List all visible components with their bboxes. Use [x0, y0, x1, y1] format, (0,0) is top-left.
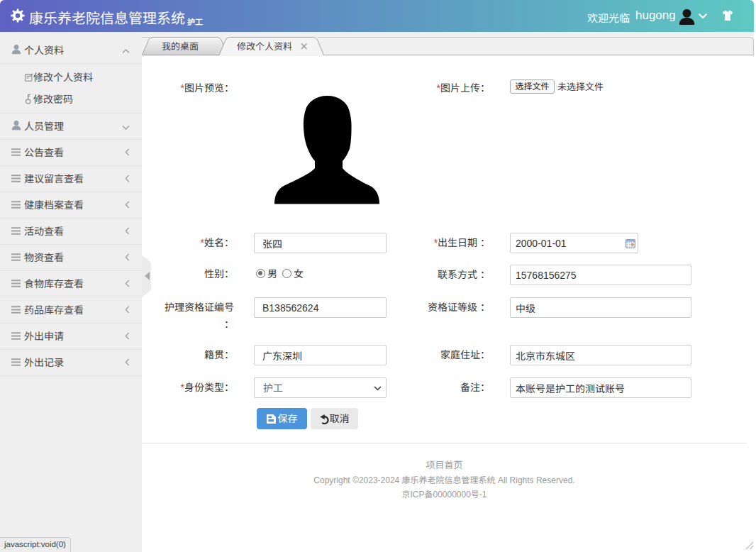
svg-text:修改个人资料: 修改个人资料	[237, 41, 292, 52]
svg-text:我的桌面: 我的桌面	[162, 41, 199, 52]
